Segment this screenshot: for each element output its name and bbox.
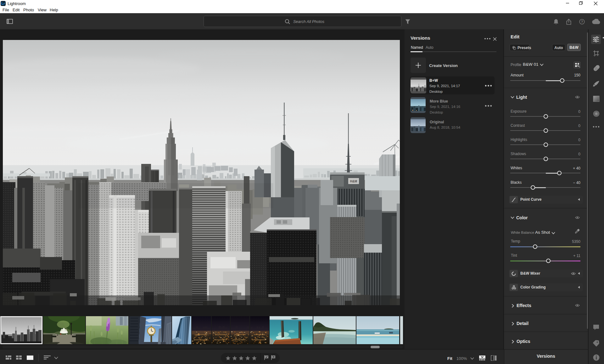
svg-text:H&M: H&M: [350, 180, 357, 183]
svg-text:?: ?: [581, 20, 583, 24]
